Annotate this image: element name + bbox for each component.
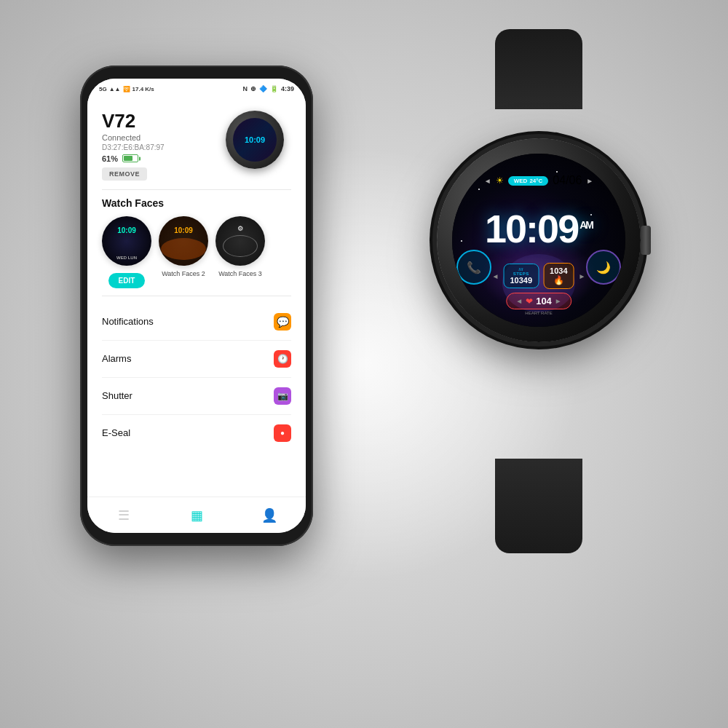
eseal-icon: ● — [274, 424, 291, 442]
watch-face-circle-1: 10:09 WED LUN — [102, 216, 151, 266]
watch-faces-section: Watch Faces 10:09 WED LUN EDIT — [102, 197, 291, 288]
heart-rate-value: 104 — [536, 296, 552, 306]
temperature-pill: WED 24°C — [508, 176, 549, 186]
divider-2 — [102, 296, 291, 296]
phone: 5G ▲▲ 🛜 17.4 K/s N ⊕ 🔷 🔋 4:39 — [80, 66, 313, 546]
watch-face-item-1[interactable]: 10:09 WED LUN EDIT — [102, 216, 151, 288]
scene: 5G ▲▲ 🛜 17.4 K/s N ⊕ 🔷 🔋 4:39 — [36, 44, 692, 684]
phone-widget: 📞 — [456, 250, 491, 285]
speed-text: 17.4 K/s — [132, 86, 154, 92]
nav-list-icon[interactable]: ☰ — [113, 505, 135, 526]
fire-icon: 🔥 — [550, 275, 567, 285]
divider-1 — [102, 189, 291, 190]
notifications-icon: 💬 — [274, 313, 291, 331]
app-content: V72 Connected D3:27:E6:BA:87:97 61% REMO… — [87, 99, 306, 496]
watch-faces-title: Watch Faces — [102, 197, 291, 209]
temperature-value: 24°C — [529, 178, 542, 184]
heart-rate-section: ◄ ❤ 104 ► HEART RATE — [506, 293, 571, 315]
chevron-right-icon: ► — [586, 177, 593, 185]
watch-face-circle-2: 10:09 — [159, 216, 208, 266]
watch-face-display-2: 10:09 — [159, 216, 208, 266]
nfc-icon: N — [242, 85, 248, 92]
watch-face-item-3[interactable]: ⚙ Watch Faces 3 — [215, 216, 265, 277]
status-bar: 5G ▲▲ 🛜 17.4 K/s N ⊕ 🔷 🔋 4:39 — [87, 79, 306, 99]
chevron-bottom-right-icon: ► — [579, 272, 586, 280]
signal-bars: ▲▲ — [109, 86, 121, 92]
weather-sun-icon: ☀ — [496, 175, 504, 186]
battery-info: 61% — [102, 154, 165, 163]
device-name: V72 — [102, 111, 165, 132]
moon-widget: 🌙 — [586, 250, 621, 285]
watch-top-bar: ◄ ☀ WED 24°C 04/06 ► — [466, 174, 612, 187]
connection-status: Connected — [102, 133, 165, 142]
heart-rate-label: HEART RATE — [525, 311, 552, 315]
day-label: WED — [514, 178, 528, 184]
chevron-bottom-left-icon: ◄ — [492, 272, 499, 280]
watch-thumb-circle: 10:09 — [226, 111, 284, 169]
watch-widgets-bottom: ◄ /// STEPS 10349 1034 🔥 ► — [492, 263, 586, 289]
watch-time-display: 10:09AM — [485, 206, 593, 251]
chevron-hr-left-icon: ◄ — [515, 297, 523, 305]
strap-top — [495, 29, 582, 109]
date-display: 04/06 — [553, 174, 582, 187]
star-2 — [556, 171, 558, 173]
nav-profile-icon[interactable]: 👤 — [258, 505, 280, 526]
time-display: 4:39 — [281, 85, 294, 92]
heart-rate-pill: ◄ ❤ 104 ► — [506, 293, 571, 309]
bottom-nav: ☰ ▦ 👤 — [87, 496, 306, 533]
chevron-hr-right-icon: ► — [555, 297, 562, 305]
battery-full-icon: 🔋 — [270, 85, 278, 92]
smartwatch: ◄ ☀ WED 24°C 04/06 ► 10:09AM — [408, 102, 670, 466]
device-info: V72 Connected D3:27:E6:BA:87:97 61% REMO… — [102, 111, 165, 181]
status-left: 5G ▲▲ 🛜 17.4 K/s — [99, 86, 154, 92]
watch-face-display-1: 10:09 WED LUN — [102, 216, 151, 266]
heart-icon: ❤ — [526, 296, 533, 306]
strap-bottom — [495, 459, 582, 553]
steps-widget: /// STEPS 10349 — [503, 264, 539, 288]
watch-face-display-3: ⚙ — [215, 216, 265, 266]
kcal-value: 1034 — [550, 266, 567, 275]
nav-home-icon[interactable]: ▦ — [186, 505, 207, 526]
battery-icon — [122, 154, 138, 162]
watch-face-background: ◄ ☀ WED 24°C 04/06 ► 10:09AM — [452, 154, 625, 327]
device-section: V72 Connected D3:27:E6:BA:87:97 61% REMO… — [102, 111, 291, 181]
edit-button[interactable]: EDIT — [108, 273, 146, 288]
am-pm-label: AM — [579, 219, 593, 231]
watch-thumb-face: 10:09 — [233, 118, 277, 162]
phone-screen: 5G ▲▲ 🛜 17.4 K/s N ⊕ 🔷 🔋 4:39 — [87, 79, 306, 533]
watch-crown[interactable] — [641, 226, 651, 255]
shutter-label: Shutter — [102, 390, 132, 401]
steps-label: /// STEPS — [510, 267, 532, 276]
nfc2-icon: ⊕ — [250, 85, 256, 92]
star-1 — [478, 189, 480, 190]
mac-address: D3:27:E6:BA:87:97 — [102, 143, 165, 151]
watch-face-label-3: Watch Faces 3 — [218, 270, 262, 277]
status-right: N ⊕ 🔷 🔋 4:39 — [242, 85, 294, 92]
steps-value: 10349 — [510, 276, 532, 285]
shutter-icon: 📷 — [274, 387, 291, 405]
remove-button[interactable]: REMOVE — [102, 167, 147, 181]
watch-case: ◄ ☀ WED 24°C 04/06 ► 10:09AM — [437, 138, 641, 342]
watch-thumbnail: 10:09 — [226, 111, 291, 176]
battery-percent: 61% — [102, 154, 118, 163]
time-value: 10:09 — [485, 207, 578, 250]
watch-display: ◄ ☀ WED 24°C 04/06 ► 10:09AM — [452, 154, 625, 327]
notifications-menu-item[interactable]: Notifications 💬 — [102, 304, 291, 341]
watch-face-label-2: Watch Faces 2 — [162, 270, 205, 277]
watch-face-item-2[interactable]: 10:09 Watch Faces 2 — [159, 216, 208, 277]
network-indicator: 5G — [99, 86, 107, 92]
shutter-menu-item[interactable]: Shutter 📷 — [102, 378, 291, 415]
alarms-label: Alarms — [102, 353, 131, 364]
wifi-icon: 🛜 — [123, 86, 130, 92]
kcal-widget: 1034 🔥 — [543, 263, 574, 289]
eseal-menu-item[interactable]: E-Seal ● — [102, 415, 291, 451]
watch-faces-row: 10:09 WED LUN EDIT 10:09 — [102, 216, 291, 288]
alarms-menu-item[interactable]: Alarms 🕐 — [102, 341, 291, 378]
eseal-label: E-Seal — [102, 427, 130, 438]
bluetooth-icon: 🔷 — [259, 85, 267, 92]
star-4 — [461, 240, 462, 242]
notifications-label: Notifications — [102, 316, 154, 327]
watch-face-circle-3: ⚙ — [215, 216, 265, 266]
alarms-icon: 🕐 — [274, 350, 291, 368]
chevron-left-icon: ◄ — [484, 177, 491, 185]
